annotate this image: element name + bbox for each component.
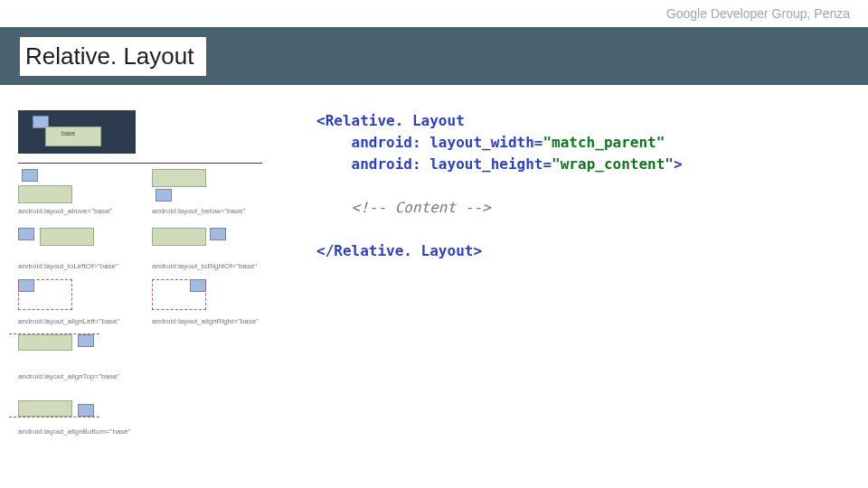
header-note-text: Google Developer Group, Penza [666,6,850,21]
slide-content: base android:layout_above="base" android… [0,85,868,445]
diagram-column: base android:layout_above="base" android… [18,110,289,445]
header-note: Google Developer Group, Penza [0,0,868,27]
diagram-alignleft [18,279,136,315]
caption-aligntop: android:layout_alignTop="base" [18,372,145,380]
diagram-torightof [152,224,269,260]
diagram-above [18,169,136,205]
caption-alignleft: android:layout_alignLeft="base" [18,317,145,325]
code-open-tag: <Relative. Layout [316,112,465,129]
diagram-below [152,169,269,205]
diagram-toleftof [18,224,136,260]
code-close-tag: </Relative. Layout> [316,242,482,259]
code-attr2-val: "wrap_content" [552,155,674,173]
code-attr1-val: "match_parent" [542,134,665,151]
base-label: base [61,130,75,136]
code-pre: <Relative. Layout android: layout_width=… [316,110,859,262]
page-title: Relative. Layout [20,37,206,76]
code-open-close: > [674,155,683,173]
divider [18,163,262,164]
code-block: <Relative. Layout android: layout_width=… [289,110,859,445]
diagram-aligntop [18,334,136,371]
caption-alignbottom: android:layout_alignBottom="base" [18,427,145,436]
caption-above: android:layout_above="base" [18,207,145,215]
title-bar: Relative. Layout [0,27,868,85]
caption-alignright: android:layout_alignRight="base" [152,317,278,325]
caption-torightof: android:layout_toRightOf="base" [152,262,278,270]
caption-below: android:layout_below="base" [152,207,278,215]
code-attr1-name: android: layout_width= [352,134,543,151]
diagram-alignbottom [18,389,136,426]
code-attr2-name: android: layout_height= [352,155,552,173]
caption-toleftof: android:layout_toLeftOf="base" [18,262,145,270]
diagram-alignright [152,279,269,315]
diagram-base: base [18,110,136,154]
code-comment: <!-- Content --> [352,199,491,216]
